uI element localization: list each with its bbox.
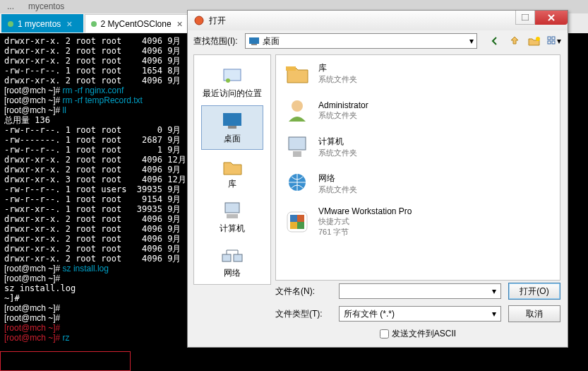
place-icon bbox=[221, 65, 244, 86]
svg-rect-2 bbox=[249, 37, 259, 44]
status-dot-icon bbox=[8, 21, 13, 27]
svg-rect-1 bbox=[522, 14, 529, 20]
svg-rect-23 bbox=[290, 215, 297, 222]
app-icon bbox=[193, 15, 205, 26]
svg-rect-14 bbox=[227, 214, 238, 218]
svg-rect-13 bbox=[225, 203, 239, 213]
dropdown-arrow-icon: ▾ bbox=[469, 36, 474, 46]
sidebar-item[interactable]: 网络 bbox=[201, 240, 263, 283]
sidebar-item-label: 计算机 bbox=[201, 223, 263, 235]
places-sidebar: 最近访问的位置桌面库计算机网络 bbox=[193, 54, 271, 285]
file-subtitle: 系统文件夹 bbox=[318, 110, 368, 121]
session-tab[interactable]: 2 MyCentOSClone× bbox=[85, 14, 193, 33]
svg-rect-15 bbox=[222, 254, 231, 261]
filename-label: 文件名(N): bbox=[275, 285, 332, 298]
svg-point-4 bbox=[536, 37, 540, 41]
cancel-button[interactable]: 取消 bbox=[508, 305, 560, 322]
filetype-combo[interactable]: 所有文件 (*.*) ▾ bbox=[339, 306, 501, 322]
tab-close-icon[interactable]: × bbox=[177, 18, 183, 30]
file-subtitle: 系统文件夹 bbox=[318, 148, 357, 158]
filetype-label: 文件类型(T): bbox=[275, 308, 332, 320]
svg-rect-9 bbox=[224, 69, 241, 81]
svg-rect-19 bbox=[289, 137, 306, 150]
file-name: VMware Workstation Pro bbox=[318, 206, 412, 216]
file-icon bbox=[283, 96, 311, 124]
svg-rect-7 bbox=[548, 41, 551, 44]
tab-label: 2 MyCentOSClone bbox=[101, 19, 172, 29]
new-folder-button[interactable] bbox=[527, 33, 542, 49]
file-icon bbox=[283, 59, 311, 88]
svg-rect-25 bbox=[290, 222, 297, 229]
place-icon bbox=[221, 200, 244, 221]
dialog-titlebar[interactable]: 打开 bbox=[188, 11, 568, 30]
file-subtitle: 快捷方式761 字节 bbox=[318, 216, 412, 237]
list-item[interactable]: 计算机系统文件夹 bbox=[276, 129, 560, 165]
location-combo[interactable]: 桌面 ▾ bbox=[245, 33, 477, 49]
location-bar: 查找范围(I): 桌面 ▾ ▾ bbox=[188, 30, 568, 52]
tab-label: 1 mycentos bbox=[18, 19, 61, 29]
place-icon bbox=[221, 245, 244, 266]
maximize-button[interactable] bbox=[515, 11, 535, 25]
open-button[interactable]: 打开(O) bbox=[508, 283, 560, 300]
location-text: 桌面 bbox=[263, 35, 280, 47]
status-dot-icon bbox=[91, 21, 97, 27]
desktop-icon bbox=[248, 35, 260, 47]
top-tab[interactable]: ... bbox=[0, 0, 21, 13]
tab-close-icon[interactable]: × bbox=[66, 18, 72, 30]
file-icon bbox=[283, 170, 311, 198]
list-item[interactable]: Administrator系统文件夹 bbox=[276, 92, 560, 129]
file-subtitle: 系统文件夹 bbox=[318, 184, 357, 195]
view-button[interactable]: ▾ bbox=[546, 33, 562, 49]
svg-rect-3 bbox=[251, 44, 257, 45]
list-item[interactable]: VMware Workstation Pro快捷方式761 字节 bbox=[276, 202, 560, 242]
svg-rect-16 bbox=[234, 254, 242, 261]
svg-point-0 bbox=[195, 16, 203, 25]
sidebar-item[interactable]: 计算机 bbox=[201, 196, 263, 239]
file-name: 库 bbox=[318, 62, 357, 74]
svg-rect-17 bbox=[286, 66, 296, 71]
place-icon bbox=[221, 155, 244, 177]
svg-rect-24 bbox=[297, 215, 304, 222]
filetype-value: 所有文件 (*.*) bbox=[344, 308, 395, 320]
ascii-checkbox[interactable] bbox=[380, 329, 389, 338]
file-name: 计算机 bbox=[318, 136, 357, 148]
svg-rect-8 bbox=[552, 41, 555, 44]
svg-rect-11 bbox=[223, 113, 241, 126]
svg-rect-12 bbox=[228, 126, 236, 129]
svg-rect-6 bbox=[552, 37, 555, 40]
svg-point-18 bbox=[292, 100, 303, 112]
dialog-title: 打开 bbox=[209, 15, 226, 27]
svg-point-10 bbox=[226, 78, 230, 83]
place-icon bbox=[221, 110, 244, 131]
svg-rect-5 bbox=[548, 37, 551, 40]
svg-rect-26 bbox=[297, 222, 304, 229]
sidebar-item-label: 桌面 bbox=[202, 133, 263, 145]
file-name: 网络 bbox=[318, 172, 357, 184]
sidebar-item[interactable]: 桌面 bbox=[201, 105, 263, 150]
back-button[interactable] bbox=[487, 33, 503, 49]
session-tab[interactable]: 1 mycentos× bbox=[1, 14, 83, 33]
highlight-box bbox=[0, 351, 131, 371]
list-item[interactable]: 网络系统文件夹 bbox=[276, 165, 560, 202]
lookin-label: 查找范围(I): bbox=[193, 35, 238, 47]
file-subtitle: 系统文件夹 bbox=[318, 74, 357, 85]
ascii-label: 发送文件到ASCII bbox=[392, 328, 456, 340]
list-item[interactable]: 库系统文件夹 bbox=[276, 55, 560, 92]
up-button[interactable] bbox=[507, 33, 522, 49]
sidebar-item[interactable]: 库 bbox=[201, 151, 263, 194]
file-icon bbox=[283, 133, 311, 161]
dropdown-arrow-icon: ▾ bbox=[557, 36, 561, 46]
open-dialog: 打开 查找范围(I): 桌面 ▾ ▾ bbox=[187, 10, 568, 348]
dropdown-arrow-icon: ▾ bbox=[492, 309, 496, 319]
filename-input[interactable]: ▾ bbox=[339, 283, 501, 299]
file-icon bbox=[283, 208, 311, 236]
sidebar-item-label: 最近访问的位置 bbox=[201, 88, 263, 100]
sidebar-item-label: 网络 bbox=[201, 267, 263, 279]
file-name: Administrator bbox=[318, 100, 368, 110]
svg-rect-20 bbox=[293, 151, 301, 157]
dropdown-arrow-icon: ▾ bbox=[492, 286, 496, 296]
file-list[interactable]: 库系统文件夹Administrator系统文件夹计算机系统文件夹网络系统文件夹V… bbox=[275, 54, 560, 281]
sidebar-item[interactable]: 最近访问的位置 bbox=[201, 61, 263, 104]
top-tab[interactable]: mycentos bbox=[21, 0, 71, 13]
close-button[interactable] bbox=[535, 11, 568, 25]
